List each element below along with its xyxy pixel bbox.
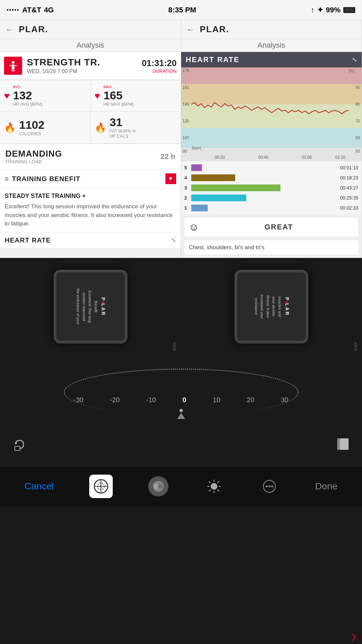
dial-label-20: 20 (247, 396, 254, 404)
svg-point-40 (211, 483, 217, 490)
fat-burn-value: 31 (110, 116, 136, 128)
svg-point-36 (100, 485, 102, 487)
activity-time: 01:31:20 (142, 58, 176, 68)
crop-nav-item[interactable] (89, 475, 113, 498)
svg-text:179: 179 (182, 68, 189, 73)
hr-chart-expand[interactable]: ⤡ (352, 56, 357, 63)
expand-icon-left[interactable]: ⤡ (171, 236, 176, 244)
dial-center-dot (179, 409, 183, 412)
svg-text:01:20: 01:20 (335, 155, 345, 160)
hr-max-badge: MAX (103, 85, 134, 89)
training-load-name: DEMANDING (5, 149, 62, 159)
filter-nav-item[interactable] (148, 476, 168, 496)
stat-fat-burn: 🔥 31 FAT BURN % OF CALS (91, 112, 181, 143)
dial-label-n10: -10 (146, 396, 156, 404)
undo-icon[interactable] (10, 435, 28, 453)
svg-line-46 (217, 490, 219, 491)
zone-row-2: 2 00:25:35 (181, 193, 362, 203)
rotation-dial[interactable]: -30 -20 -10 0 10 20 30 (0, 355, 362, 422)
dropdown-button[interactable]: ▼ (165, 173, 176, 184)
screen-left: ← PLAR. Analysis STRENGTH TR. WED, 10 (0, 20, 181, 258)
svg-text:125: 125 (182, 119, 189, 123)
battery-icon (343, 7, 355, 13)
calories-label: CALORIES (19, 131, 45, 136)
bottom-toolbar (0, 422, 362, 466)
hr-chart-area: 179 161 143 125 107 90 90 80 70 60 50 00… (181, 67, 362, 161)
svg-rect-8 (181, 104, 362, 128)
svg-text:90: 90 (355, 85, 360, 90)
feeling-label: GREAT (204, 223, 354, 231)
benefit-icon: ≡ (5, 175, 9, 183)
nav-bar-right: ← PLAR. (181, 20, 362, 39)
activity-info: STRENGTH TR. WED, 10/28 7:00 PM (27, 57, 100, 74)
svg-rect-6 (181, 67, 362, 84)
more-nav-item[interactable] (259, 476, 279, 496)
adjust-nav-item[interactable] (204, 476, 224, 496)
adjust-icon[interactable] (204, 476, 224, 496)
duration-label: DURATION (142, 68, 176, 74)
cancel-button[interactable]: Cancel (24, 481, 54, 492)
battery-pct: 99% (326, 6, 341, 14)
svg-rect-3 (15, 65, 17, 66)
notes-text: Chest, shoulders, bi's and tri's (189, 244, 265, 251)
svg-text:[%]: [%] (349, 69, 354, 73)
svg-rect-7 (181, 84, 362, 104)
benefit-header: ≡ TRAINING BENEFIT ▼ (0, 169, 181, 189)
svg-point-0 (12, 61, 14, 64)
svg-rect-2 (9, 65, 11, 66)
activity-duration: 01:31:20 DURATION (142, 58, 176, 74)
stat-hr-avg: ♥ AVG 132 HR AVG [bpm] (0, 80, 90, 111)
dial-indicator (177, 413, 185, 419)
zone-bars: 5 00:01:10 4 00:18:23 3 00:43:27 2 00:25… (181, 161, 362, 214)
analysis-title-left: Analysis (0, 39, 181, 52)
hr-avg-badge: AVG (13, 85, 42, 89)
watch-photos: PLAR BenefitExcellent! This longsession … (0, 258, 362, 355)
status-bar: ••••• AT&T 4G 8:35 PM ↑ ✦ 99% (0, 0, 362, 20)
done-button[interactable]: Done (315, 481, 338, 492)
benefit-text: Excellent! This long session improved th… (5, 202, 176, 228)
layers-icon[interactable] (334, 435, 352, 453)
svg-line-47 (217, 481, 219, 483)
svg-line-48 (209, 490, 211, 491)
flame2-icon: 🔥 (95, 122, 106, 133)
svg-text:107: 107 (182, 136, 189, 140)
location-icon: ↑ (311, 6, 314, 14)
heart-rate-section-left[interactable]: HEART RATE ⤡ (0, 232, 181, 248)
hr-avg-value: 132 (13, 90, 42, 101)
activity-name: STRENGTH TR. (27, 57, 100, 68)
status-left: ••••• AT&T 4G (7, 6, 54, 14)
svg-text:60: 60 (355, 136, 360, 140)
status-time: 8:35 PM (168, 6, 196, 14)
filter-icon[interactable] (148, 476, 168, 496)
screen-right: ← PLAR. Analysis HEART RATE ⤡ 179 161 (181, 20, 362, 258)
stat-hr-max: ♥ MAX 165 HR MAX [bpm] (91, 80, 181, 111)
nav-bar-left: ← PLAR. (0, 20, 181, 39)
hr-max-label: HR MAX [bpm] (103, 102, 134, 107)
flame-icon: 🔥 (4, 122, 16, 133)
hr-max-value: 165 (103, 90, 134, 101)
svg-text:80: 80 (355, 102, 360, 107)
watch-photo-right: PLAR muscles andyour aerobicfitness. It … (181, 258, 362, 355)
layers-area[interactable] (334, 435, 352, 453)
back-button-left[interactable]: ← (5, 25, 13, 34)
notes-section: Chest, shoulders, bi's and tri's (184, 240, 359, 255)
back-button-right[interactable]: ← (187, 25, 195, 34)
done-nav-item[interactable]: Done (315, 481, 338, 492)
crop-icon[interactable] (89, 475, 113, 498)
svg-rect-29 (15, 446, 20, 450)
svg-point-39 (158, 484, 163, 489)
benefit-title: TRAINING BENEFIT (12, 175, 165, 183)
heart-avg-icon: ♥ (4, 91, 10, 101)
svg-point-52 (271, 485, 273, 487)
svg-text:143: 143 (182, 102, 189, 107)
calories-value: 1102 (19, 119, 45, 130)
cancel-nav-item[interactable]: Cancel (24, 481, 54, 492)
dial-label-n20: -20 (110, 396, 120, 404)
dial-arc (64, 369, 299, 416)
more-icon[interactable] (259, 476, 279, 496)
undo-area[interactable] (10, 435, 28, 453)
polar-logo-left: PLAR. (19, 24, 48, 35)
training-load-value: 22 h (160, 152, 175, 161)
analysis-title-right: Analysis (181, 39, 362, 52)
hr-avg-label: HR AVG [bpm] (13, 102, 42, 107)
